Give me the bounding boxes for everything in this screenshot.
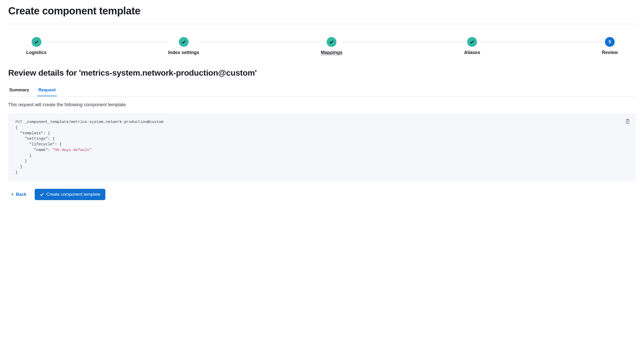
create-button-label: Create component template [47, 192, 100, 197]
step-check-icon [32, 37, 41, 47]
chevron-left-icon [11, 193, 14, 196]
request-code-block: PUT _component_template/metrics-system.n… [8, 113, 636, 182]
check-icon [40, 192, 44, 197]
step-label: Review [602, 50, 618, 55]
back-button[interactable]: Back [11, 192, 26, 197]
clipboard-icon [625, 119, 630, 124]
step-connector [342, 42, 464, 42]
back-button-label: Back [16, 192, 26, 197]
footer-actions: Back Create component template [11, 189, 636, 200]
request-description: This request will create the following c… [8, 102, 636, 108]
tabs: SummaryRequest [8, 85, 636, 96]
step-index-settings[interactable]: Index settings [168, 37, 199, 55]
create-button[interactable]: Create component template [35, 189, 106, 200]
step-connector [199, 42, 321, 42]
step-label: Aliases [464, 50, 480, 55]
step-check-icon [327, 37, 336, 47]
request-code: PUT _component_template/metrics-system.n… [15, 119, 629, 175]
section-title: Review details for 'metrics-system.netwo… [8, 68, 636, 78]
step-label: Mappings [321, 50, 342, 55]
tab-request[interactable]: Request [37, 85, 57, 96]
step-check-icon [467, 37, 477, 47]
step-connector [480, 42, 602, 42]
step-label: Index settings [168, 50, 199, 55]
tab-summary[interactable]: Summary [8, 85, 30, 96]
step-number-icon: 5 [605, 37, 615, 47]
step-label: Logistics [26, 50, 47, 55]
step-check-icon [179, 37, 189, 47]
step-logistics[interactable]: Logistics [26, 37, 47, 55]
divider [8, 24, 636, 24]
copy-button[interactable] [624, 118, 631, 125]
page-title: Create component template [8, 5, 636, 17]
stepper: LogisticsIndex settingsMappingsAliases5R… [8, 37, 636, 55]
step-mappings[interactable]: Mappings [321, 37, 342, 55]
step-review[interactable]: 5Review [602, 37, 618, 55]
step-connector [47, 42, 168, 42]
step-aliases[interactable]: Aliases [464, 37, 480, 55]
